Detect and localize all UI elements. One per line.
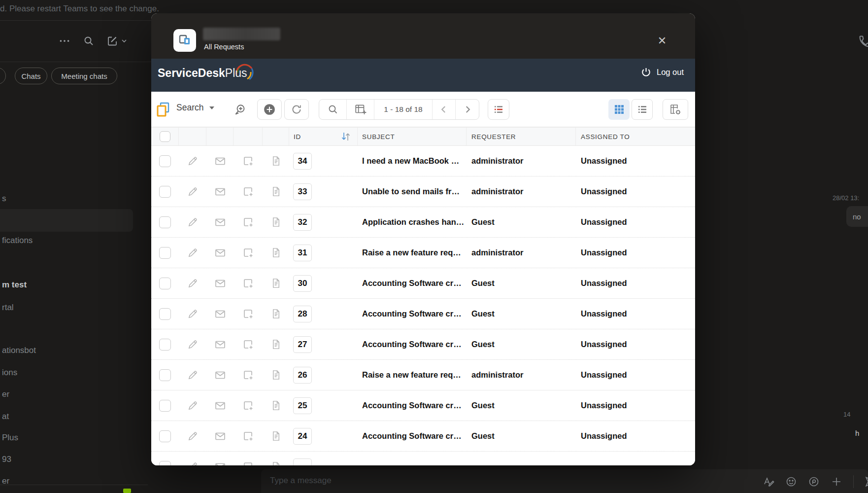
- sidebar-item[interactable]: rtal: [2, 303, 14, 313]
- edit-icon[interactable]: [187, 339, 199, 350]
- request-subject[interactable]: [358, 452, 467, 465]
- table-row[interactable]: 32 Application crashes han… Guest Unassi…: [151, 207, 695, 238]
- request-id[interactable]: 25: [293, 397, 312, 414]
- add-note-icon[interactable]: [242, 155, 254, 167]
- edit-icon[interactable]: [187, 247, 199, 258]
- edit-icon[interactable]: [187, 369, 199, 381]
- sidebar-item[interactable]: ationsbot: [2, 346, 36, 355]
- table-row[interactable]: 31 Raise a new feature req… administrato…: [151, 238, 695, 268]
- row-checkbox[interactable]: [159, 216, 171, 228]
- module-icon[interactable]: [156, 102, 170, 117]
- document-icon[interactable]: [270, 430, 282, 442]
- add-request-button[interactable]: [257, 99, 282, 120]
- col-header-subject[interactable]: SUBJECT: [358, 128, 467, 145]
- add-column-icon[interactable]: [347, 100, 374, 119]
- search-icon[interactable]: [83, 35, 95, 47]
- col-header-requester[interactable]: REQUESTER: [467, 128, 576, 145]
- request-id[interactable]: [293, 458, 312, 466]
- row-checkbox[interactable]: [159, 278, 171, 289]
- sidebar-item[interactable]: fications: [2, 236, 33, 246]
- document-icon[interactable]: [270, 155, 282, 167]
- col-header-id[interactable]: ID: [289, 128, 358, 145]
- logout-button[interactable]: Log out: [640, 67, 684, 78]
- sidebar-item[interactable]: ions: [2, 368, 17, 378]
- mail-icon[interactable]: [214, 369, 226, 381]
- mail-icon[interactable]: [214, 216, 226, 228]
- add-note-icon[interactable]: [242, 339, 254, 351]
- sidebar-item[interactable]: m test: [2, 280, 27, 290]
- edit-icon[interactable]: [187, 430, 199, 442]
- mail-icon[interactable]: [214, 278, 226, 289]
- add-note-icon[interactable]: [242, 247, 254, 259]
- add-note-icon[interactable]: [242, 216, 254, 228]
- table-row[interactable]: 26 Raise a new feature req… administrato…: [151, 360, 695, 390]
- gif-icon[interactable]: [808, 476, 820, 488]
- document-icon[interactable]: [270, 186, 282, 197]
- sort-icon[interactable]: [340, 132, 351, 141]
- request-id[interactable]: 31: [293, 245, 312, 261]
- mail-icon[interactable]: [214, 339, 226, 351]
- edit-icon[interactable]: [187, 216, 199, 228]
- request-subject[interactable]: Accounting Software cr…: [358, 268, 467, 298]
- mail-icon[interactable]: [214, 400, 226, 412]
- column-settings-button[interactable]: [663, 99, 688, 120]
- document-icon[interactable]: [270, 339, 282, 350]
- request-subject[interactable]: Accounting Software cr…: [358, 421, 467, 451]
- row-checkbox[interactable]: [159, 461, 171, 466]
- edit-icon[interactable]: [187, 186, 199, 197]
- request-id[interactable]: 27: [293, 336, 312, 353]
- table-row[interactable]: 24 Accounting Software cr… Guest Unassig…: [151, 421, 695, 452]
- mail-icon[interactable]: [214, 308, 226, 320]
- table-row[interactable]: 28 Accounting Software cr… Guest Unassig…: [151, 299, 695, 329]
- sidebar-selected-item[interactable]: [0, 209, 133, 232]
- tab-chats[interactable]: Chats: [15, 68, 47, 84]
- more-icon[interactable]: [58, 35, 71, 47]
- refresh-button[interactable]: [284, 99, 309, 120]
- mail-icon[interactable]: [214, 155, 226, 167]
- phone-icon[interactable]: [858, 35, 868, 48]
- request-subject[interactable]: Accounting Software cr…: [358, 299, 467, 329]
- row-checkbox[interactable]: [159, 430, 171, 442]
- request-id[interactable]: 30: [293, 275, 312, 292]
- add-note-icon[interactable]: [242, 369, 254, 381]
- add-note-icon[interactable]: [242, 308, 254, 320]
- sidebar-item[interactable]: 93: [2, 455, 11, 464]
- table-row[interactable]: 34 I need a new MacBook … administrator …: [151, 146, 695, 176]
- table-row[interactable]: 27 Accounting Software cr… Guest Unassig…: [151, 329, 695, 360]
- table-row[interactable]: 30 Accounting Software cr… Guest Unassig…: [151, 268, 695, 299]
- sidebar-item[interactable]: Plus: [2, 433, 18, 443]
- row-checkbox[interactable]: [159, 186, 171, 198]
- send-icon[interactable]: [865, 475, 868, 488]
- request-id[interactable]: 26: [293, 367, 312, 384]
- mail-icon[interactable]: [214, 247, 226, 259]
- document-icon[interactable]: [270, 278, 282, 289]
- edit-icon[interactable]: [187, 400, 199, 411]
- row-checkbox[interactable]: [159, 247, 171, 259]
- add-note-icon[interactable]: [242, 430, 254, 442]
- edit-icon[interactable]: [187, 155, 199, 167]
- table-row[interactable]: 33 Unable to send mails fr… administrato…: [151, 176, 695, 207]
- request-id[interactable]: 32: [293, 214, 312, 231]
- edit-icon[interactable]: [187, 308, 199, 319]
- mail-icon[interactable]: [214, 430, 226, 442]
- request-id[interactable]: 24: [293, 428, 312, 445]
- add-note-icon[interactable]: [242, 186, 254, 198]
- request-subject[interactable]: Raise a new feature req…: [358, 360, 467, 390]
- document-icon[interactable]: [270, 369, 282, 381]
- request-id[interactable]: 33: [293, 183, 312, 200]
- grid-view-toggle[interactable]: [608, 99, 630, 120]
- list-view-toggle[interactable]: [632, 99, 653, 120]
- mail-icon[interactable]: [214, 186, 226, 198]
- document-icon[interactable]: [270, 400, 282, 411]
- row-checkbox[interactable]: [159, 155, 171, 167]
- sidebar-item[interactable]: s: [2, 194, 6, 204]
- document-icon[interactable]: [270, 247, 282, 258]
- row-checkbox[interactable]: [159, 369, 171, 381]
- col-header-assigned[interactable]: ASSIGNED TO: [576, 128, 695, 145]
- advanced-search-icon[interactable]: [234, 103, 247, 116]
- request-subject[interactable]: I need a new MacBook …: [358, 146, 467, 176]
- request-subject[interactable]: Accounting Software cr…: [358, 390, 467, 421]
- tab-partial[interactable]: s: [0, 68, 6, 84]
- edit-icon[interactable]: [187, 278, 199, 289]
- prev-page-button[interactable]: [433, 100, 456, 119]
